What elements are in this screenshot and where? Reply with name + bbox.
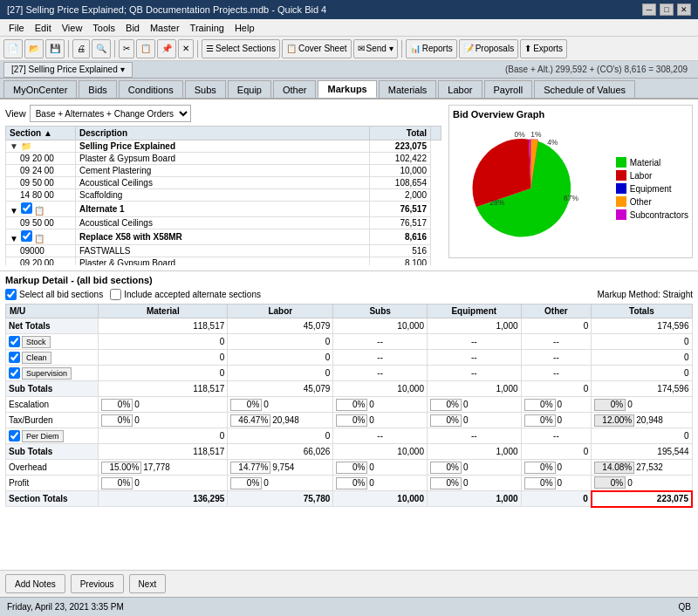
delete-button[interactable]: ✕ [178,39,194,58]
send-button[interactable]: ✉ Send ▾ [353,39,398,58]
tax-labor-pct[interactable] [230,414,270,427]
overhead-equip-pct[interactable] [430,462,462,474]
tax-equip-pct[interactable] [430,414,462,427]
tab-equip[interactable]: Equip [228,80,271,98]
select-sections-button[interactable]: ☰ Select Sections [202,39,280,58]
menu-bid[interactable]: Bid [120,21,145,35]
minimize-button[interactable]: ─ [642,3,656,16]
maximize-button[interactable]: □ [660,3,674,16]
menu-training[interactable]: Training [185,21,229,35]
escalation-subs-pct[interactable] [336,399,367,411]
escalation-equip-pct[interactable] [430,399,462,411]
overhead-material-pct[interactable] [101,462,141,474]
save-button[interactable]: 💾 [45,39,65,58]
menu-file[interactable]: File [3,21,30,35]
profit-other-pct[interactable] [524,477,556,489]
profit-labor-pct[interactable] [230,477,262,489]
expand-icon[interactable]: ▼ [10,141,18,151]
view-dropdown[interactable]: Base + Alternates + Change Orders Base O… [30,105,191,122]
cut-button[interactable]: ✂ [119,39,134,58]
previous-button[interactable]: Previous [71,574,124,593]
stock-checkbox[interactable] [9,336,20,347]
table-row[interactable]: 09000 FASTWALLS 516 [6,245,441,257]
new-button[interactable]: 📄 [3,39,23,58]
escalation-other-pct[interactable] [524,399,556,411]
stock-button[interactable]: Stock [22,336,51,348]
tax-other-pct[interactable] [524,414,556,427]
overhead-labor-pct[interactable] [230,462,270,474]
expand-icon[interactable]: ▼ [10,234,18,243]
copy-button[interactable]: 📋 [136,39,155,58]
menu-view[interactable]: View [57,21,88,35]
co-checkbox[interactable] [21,230,32,242]
supervision-checkbox[interactable] [9,367,20,379]
profit-total-pct[interactable] [594,476,626,489]
per-diem-checkbox[interactable] [9,430,20,441]
doc-tab[interactable]: [27] Selling Price Explained ▾ [3,62,133,78]
table-row[interactable]: 14 80 00 Scaffolding 2,000 [6,189,441,202]
tab-subs[interactable]: Subs [185,80,226,98]
paste-button[interactable]: 📌 [157,39,176,58]
tab-conditions[interactable]: Conditions [119,80,183,98]
preview-button[interactable]: 🔍 [92,39,111,58]
table-row[interactable]: ▼ 📋 Replace X58 with X58MR 8,616 [6,229,441,245]
profit-equip-pct[interactable] [430,477,462,489]
table-row[interactable]: 09 24 00 Cement Plastering 10,000 [6,165,441,177]
tax-material-pct[interactable] [101,414,133,427]
alternate1-checkbox[interactable] [21,202,32,214]
escalation-labor-pct[interactable] [230,399,262,411]
select-all-checkbox[interactable] [5,289,17,300]
tax-total-pct[interactable] [594,414,634,427]
tab-schedule-of-values[interactable]: Schedule of Values [534,80,635,98]
row-description: Acoustical Ceilings [76,177,370,189]
select-all-label[interactable]: Select all bid sections [5,289,103,300]
print-button[interactable]: 🖨 [72,39,90,58]
per-diem-button[interactable]: Per Diem [22,430,64,442]
bid-sections-scroll[interactable]: Section ▲ Description Total ▼ 📁 Selling … [5,126,441,265]
alternate-check-cell[interactable]: ▼ 📋 [6,202,76,217]
open-button[interactable]: 📂 [24,39,44,58]
table-row[interactable]: ▼ 📁 Selling Price Explained 223,075 [6,140,441,153]
tab-labor[interactable]: Labor [438,80,482,98]
overhead-other-cell: 0 [521,460,592,476]
cover-sheet-button[interactable]: 📋 Cover Sheet [282,39,352,58]
add-notes-button[interactable]: Add Notes [5,574,65,593]
escalation-total-pct[interactable] [594,399,626,411]
table-row[interactable]: ▼ 📋 Alternate 1 76,517 [6,202,441,217]
clean-checkbox[interactable] [9,352,20,363]
supervision-button[interactable]: Supervision [22,367,72,380]
table-row[interactable]: 09 50 00 Acoustical Ceilings 108,654 [6,177,441,189]
table-row[interactable]: 09 50 00 Acoustical Ceilings 76,517 [6,217,441,229]
next-button[interactable]: Next [129,574,167,593]
tab-myoncenter[interactable]: MyOnCenter [3,80,77,98]
tab-bids[interactable]: Bids [79,80,116,98]
tab-materials[interactable]: Materials [379,80,437,98]
menu-tools[interactable]: Tools [87,21,120,35]
tax-subs-pct[interactable] [336,414,367,427]
escalation-material-pct[interactable] [101,399,133,411]
expand-icon[interactable]: ▼ [10,206,18,216]
profit-material-pct[interactable] [101,477,133,489]
table-row[interactable]: 09 20 00 Plaster & Gypsum Board 102,422 [6,153,441,165]
menu-help[interactable]: Help [229,21,260,35]
co-check-cell[interactable]: ▼ 📋 [6,229,76,245]
section-totals-total-cell[interactable]: 223,075 [592,491,692,507]
section-expand-cell[interactable]: ▼ 📁 [6,140,76,153]
include-accepted-label[interactable]: Include accepted alternate sections [110,289,261,300]
exports-button[interactable]: ⬆ Exports [520,39,567,58]
include-accepted-checkbox[interactable] [110,289,121,300]
overhead-subs-pct[interactable] [336,462,367,474]
tab-other[interactable]: Other [273,80,317,98]
overhead-other-pct[interactable] [524,462,556,474]
clean-button[interactable]: Clean [22,352,51,364]
menu-edit[interactable]: Edit [30,21,57,35]
close-button[interactable]: ✕ [677,3,691,16]
overhead-total-pct[interactable] [594,462,634,474]
proposals-button[interactable]: 📝 Proposals [459,39,518,58]
profit-subs-pct[interactable] [336,477,367,489]
tab-payroll[interactable]: Payroll [484,80,533,98]
menu-master[interactable]: Master [145,21,185,35]
table-row[interactable]: 09 20 00 Plaster & Gypsum Board 8,100 [6,257,441,266]
tab-markups[interactable]: Markups [318,80,376,98]
reports-button[interactable]: 📊 Reports [406,39,457,58]
